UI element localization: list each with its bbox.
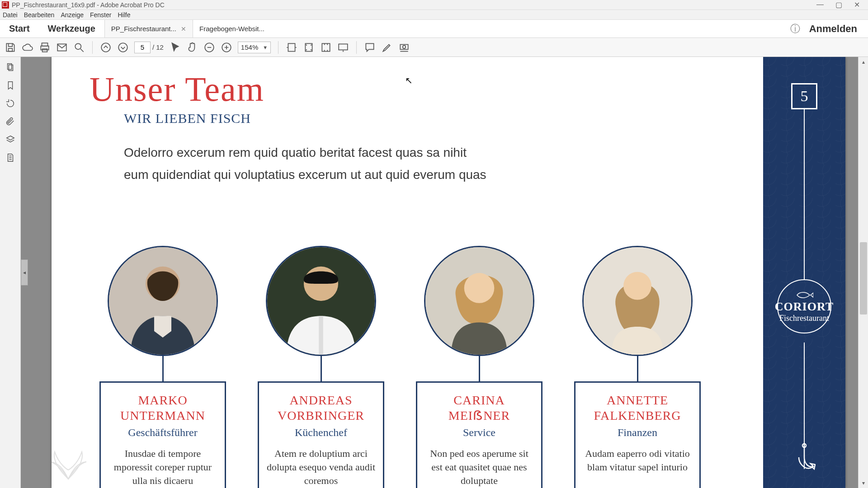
brand-name: CORIORT bbox=[775, 300, 834, 314]
page-up-icon[interactable] bbox=[100, 42, 112, 53]
rotate-icon[interactable] bbox=[5, 99, 15, 108]
zoom-value: 154% bbox=[241, 43, 258, 51]
team-card-box: MARKO UNTERMANN Geschäftsführer Inusdae … bbox=[99, 381, 226, 488]
vertical-scrollbar[interactable]: ▴ ▾ bbox=[858, 57, 868, 488]
side-strip: 5 CORIORT Fischrestaurant bbox=[763, 57, 845, 488]
team-card: ANDREAS VORBRINGER Küchenchef Atem re do… bbox=[258, 246, 384, 488]
scroll-down-button[interactable]: ▾ bbox=[859, 478, 868, 488]
team-row: MARKO UNTERMANN Geschäftsführer Inusdae … bbox=[99, 246, 701, 488]
attachment-icon[interactable] bbox=[5, 117, 15, 127]
scroll-thumb[interactable] bbox=[860, 242, 867, 314]
member-desc: Inusdae di tempore mporessit coreper rup… bbox=[107, 447, 218, 487]
svg-point-24 bbox=[464, 273, 495, 303]
pdf-page: 5 CORIORT Fischrestaurant bbox=[52, 57, 845, 488]
document-viewer[interactable]: ◂ 5 CORIORT Fischrestaurant bbox=[21, 57, 858, 488]
zoom-select[interactable]: 154% ▼ bbox=[238, 42, 271, 53]
stamp-icon[interactable] bbox=[398, 42, 410, 53]
window-maximize-button[interactable]: ▢ bbox=[835, 0, 842, 9]
hook-icon bbox=[793, 443, 816, 474]
team-card: ANNETTE FALKENBERG Finanzen Audam eaperr… bbox=[574, 246, 701, 488]
highlight-icon[interactable] bbox=[381, 42, 393, 53]
connector bbox=[479, 356, 480, 381]
svg-rect-12 bbox=[322, 43, 330, 51]
fit-page-icon[interactable] bbox=[303, 42, 315, 53]
team-card-box: ANDREAS VORBRINGER Küchenchef Atem re do… bbox=[258, 381, 384, 488]
watermark-icon bbox=[43, 438, 93, 483]
svg-point-15 bbox=[403, 45, 406, 48]
tab-start[interactable]: Start bbox=[0, 20, 39, 38]
search-icon[interactable] bbox=[73, 42, 85, 53]
member-desc: Non ped eos aperume sit est eat quasitet… bbox=[424, 447, 535, 487]
zoom-out-icon[interactable] bbox=[203, 42, 215, 53]
pointer-icon[interactable] bbox=[169, 42, 181, 53]
separator bbox=[278, 41, 278, 54]
cloud-icon[interactable] bbox=[22, 42, 33, 53]
save-icon[interactable] bbox=[5, 42, 16, 53]
heading-script: Unser Team bbox=[90, 70, 755, 109]
read-mode-icon[interactable] bbox=[337, 42, 349, 53]
page-down-icon[interactable] bbox=[117, 42, 129, 53]
svg-point-6 bbox=[101, 43, 110, 52]
layers-icon[interactable] bbox=[5, 135, 15, 145]
svg-point-7 bbox=[118, 43, 127, 52]
fullscreen-icon[interactable] bbox=[320, 42, 332, 53]
help-icon[interactable]: ⓘ bbox=[790, 22, 800, 36]
window-minimize-button[interactable]: — bbox=[816, 0, 824, 9]
member-desc: Atem re doluptium arci dolupta esequo ve… bbox=[265, 447, 377, 487]
member-name: CARINA MEIẞNER bbox=[424, 393, 535, 423]
chevron-down-icon: ▼ bbox=[263, 45, 268, 50]
document-tab-label: PP_Fischrestaurant... bbox=[111, 25, 176, 33]
comment-icon[interactable] bbox=[364, 42, 376, 53]
bookmark-icon[interactable] bbox=[5, 80, 15, 90]
menu-datei[interactable]: Datei bbox=[3, 11, 18, 19]
member-name: ANDREAS VORBRINGER bbox=[265, 393, 377, 423]
tab-werkzeuge[interactable]: Werkzeuge bbox=[39, 20, 104, 38]
member-role: Geschäftsführer bbox=[107, 427, 218, 439]
page-icon[interactable] bbox=[5, 153, 15, 163]
team-card: MARKO UNTERMANN Geschäftsführer Inusdae … bbox=[99, 246, 226, 488]
login-button[interactable]: Anmelden bbox=[809, 23, 857, 35]
print-icon[interactable] bbox=[39, 42, 51, 53]
separator bbox=[92, 41, 93, 54]
decor-line bbox=[804, 109, 805, 279]
portrait bbox=[108, 246, 218, 356]
menu-hilfe[interactable]: Hilfe bbox=[118, 11, 130, 19]
collapse-handle[interactable]: ◂ bbox=[21, 259, 28, 286]
svg-rect-17 bbox=[9, 65, 13, 71]
tab-bar: Start Werkzeuge PP_Fischrestaurant... ✕ … bbox=[0, 20, 868, 38]
portrait bbox=[582, 246, 693, 356]
fit-width-icon[interactable] bbox=[286, 42, 297, 53]
window-close-button[interactable]: ✕ bbox=[854, 0, 860, 9]
team-card-box: ANNETTE FALKENBERG Finanzen Audam eaperr… bbox=[574, 381, 701, 488]
svg-rect-0 bbox=[9, 48, 13, 52]
hand-icon[interactable] bbox=[186, 42, 198, 53]
menu-fenster[interactable]: Fenster bbox=[90, 11, 111, 19]
page-content: Unser Team WIR LIEBEN FISCH Odelorro exc… bbox=[79, 66, 755, 186]
member-name: MARKO UNTERMANN bbox=[107, 393, 218, 423]
separator bbox=[356, 41, 357, 54]
zoom-in-icon[interactable] bbox=[221, 42, 232, 53]
menu-anzeige[interactable]: Anzeige bbox=[61, 11, 84, 19]
document-tab[interactable]: Fragebogen-Websit... bbox=[193, 20, 271, 38]
svg-rect-1 bbox=[42, 43, 48, 46]
thumbnails-icon[interactable] bbox=[5, 62, 15, 72]
svg-rect-10 bbox=[288, 43, 295, 51]
member-name: ANNETTE FALKENBERG bbox=[582, 393, 693, 423]
member-desc: Audam eaperro odi vitatio blam vitatur s… bbox=[582, 447, 693, 474]
connector bbox=[162, 356, 164, 381]
page-number-box: 5 bbox=[791, 83, 817, 109]
scroll-up-button[interactable]: ▴ bbox=[859, 57, 868, 67]
mail-icon[interactable] bbox=[56, 42, 68, 53]
close-icon[interactable]: ✕ bbox=[181, 25, 186, 33]
document-tab-active[interactable]: PP_Fischrestaurant... ✕ bbox=[104, 20, 193, 38]
page-number: 5 bbox=[801, 88, 808, 105]
svg-point-5 bbox=[75, 43, 81, 49]
menu-bearbeiten[interactable]: Bearbeiten bbox=[24, 11, 55, 19]
member-role: Finanzen bbox=[582, 427, 693, 439]
fish-icon bbox=[795, 290, 813, 300]
brand-logo: CORIORT Fischrestaurant bbox=[771, 279, 838, 333]
portrait bbox=[424, 246, 534, 356]
page-current-input[interactable] bbox=[134, 42, 151, 53]
connector bbox=[637, 356, 638, 381]
portrait bbox=[266, 246, 376, 356]
